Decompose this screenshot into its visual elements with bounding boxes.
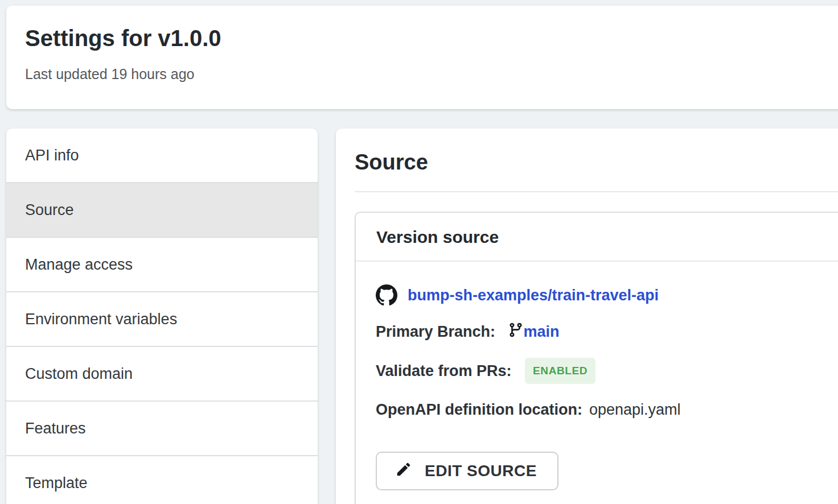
section-divider — [355, 191, 838, 192]
version-source-card: Version source bump-sh-examples/train-tr… — [355, 212, 838, 504]
settings-page: Settings for v1.0.0 Last updated 19 hour… — [0, 0, 838, 504]
sidebar-item-custom-domain[interactable]: Custom domain — [6, 347, 318, 402]
sidebar-item-features[interactable]: Features — [6, 402, 318, 456]
source-settings-panel: Source Version source bump-sh-examples/t… — [336, 129, 838, 504]
validate-from-prs-row: Validate from PRs: ENABLED — [376, 358, 838, 384]
sidebar-item-template[interactable]: Template — [6, 456, 318, 504]
github-icon — [376, 284, 397, 306]
last-updated-text: Last updated 19 hours ago — [25, 65, 838, 83]
sidebar-item-label: Source — [25, 201, 74, 219]
sidebar-item-label: Features — [25, 420, 86, 437]
pencil-icon — [395, 461, 412, 482]
git-branch-icon — [508, 327, 524, 342]
section-heading: Source — [355, 149, 838, 175]
openapi-location-row: OpenAPI definition location: openapi.yam… — [376, 399, 838, 420]
sidebar-item-label: Template — [25, 474, 88, 492]
validate-from-prs-label: Validate from PRs: — [376, 361, 516, 382]
repository-link[interactable]: bump-sh-examples/train-travel-api — [408, 285, 659, 306]
sidebar-item-label: API info — [25, 147, 79, 164]
branch-link[interactable]: main — [524, 321, 560, 342]
openapi-location-label: OpenAPI definition location: — [376, 399, 582, 420]
edit-source-button[interactable]: EDIT SOURCE — [376, 452, 558, 490]
sidebar-item-api-info[interactable]: API info — [6, 129, 318, 183]
version-source-title: Version source — [356, 213, 838, 262]
sidebar-item-label: Custom domain — [25, 365, 133, 383]
openapi-location-value: openapi.yaml — [589, 399, 681, 420]
page-title: Settings for v1.0.0 — [25, 24, 838, 52]
branch-value-group: main — [508, 321, 560, 342]
sidebar-item-label: Manage access — [25, 256, 133, 274]
edit-source-button-label: EDIT SOURCE — [425, 462, 537, 480]
page-header-card: Settings for v1.0.0 Last updated 19 hour… — [6, 6, 838, 109]
sidebar-item-environment-variables[interactable]: Environment variables — [6, 292, 318, 347]
version-source-body: bump-sh-examples/train-travel-api Primar… — [356, 262, 838, 504]
sidebar-item-manage-access[interactable]: Manage access — [6, 238, 318, 292]
primary-branch-row: Primary Branch: main — [376, 321, 838, 342]
primary-branch-label: Primary Branch: — [376, 321, 500, 342]
enabled-status-badge: ENABLED — [525, 358, 595, 384]
settings-sidebar: API info Source Manage access Environmen… — [6, 129, 318, 504]
sidebar-item-source[interactable]: Source — [6, 183, 318, 238]
repository-row: bump-sh-examples/train-travel-api — [376, 284, 838, 306]
sidebar-item-label: Environment variables — [25, 311, 177, 328]
